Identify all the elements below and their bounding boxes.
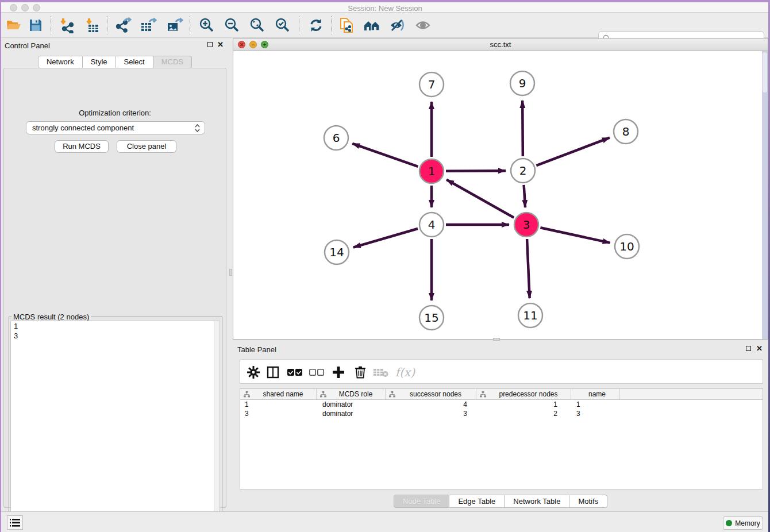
graph-edges	[352, 101, 610, 300]
table-cell[interactable]: 1	[240, 400, 317, 409]
window-title: Session: New Session	[0, 4, 770, 13]
save-session-icon[interactable]	[26, 17, 45, 34]
tab-node-table[interactable]: Node Table	[394, 495, 450, 508]
close-panel-icon[interactable]: ✕	[217, 40, 224, 49]
graph-edge-4-14[interactable]	[353, 229, 418, 248]
table-row[interactable]: 3dominator323	[240, 409, 763, 418]
result-scrollbar[interactable]	[214, 321, 220, 529]
zoom-fit-icon[interactable]	[248, 17, 267, 34]
window-border-top	[0, 0, 770, 2]
function-icon: f(x)	[393, 364, 417, 380]
graph-node-label: 9	[519, 76, 526, 90]
float-table-panel-icon[interactable]	[746, 346, 751, 351]
optimization-criterion-label: Optimization criterion:	[4, 109, 226, 117]
mcds-result-line: 1	[11, 321, 220, 331]
add-icon[interactable]	[330, 364, 347, 380]
tab-network[interactable]: Network	[38, 56, 83, 68]
column-icon[interactable]	[264, 364, 282, 380]
float-panel-icon[interactable]	[207, 42, 213, 47]
optimization-criterion-select[interactable]: strongly connected component	[26, 121, 205, 134]
tab-motifs[interactable]: Motifs	[569, 495, 607, 508]
tab-select[interactable]: Select	[116, 56, 153, 68]
node-table[interactable]: shared name MCDS role successor nodes pr…	[240, 388, 763, 489]
task-history-button[interactable]	[7, 515, 23, 530]
tab-style[interactable]: Style	[83, 56, 116, 68]
status-bar: Memory	[0, 511, 770, 532]
column-header-successor-nodes[interactable]: successor nodes	[386, 389, 476, 399]
window-titlebar: Session: New Session	[0, 2, 770, 13]
column-header-shared-name[interactable]: shared name	[240, 389, 317, 399]
tab-network-table[interactable]: Network Table	[505, 495, 569, 508]
delete-icon[interactable]	[352, 364, 369, 380]
network-vertical-scrollbar[interactable]	[762, 51, 768, 339]
graph-node-label: 11	[523, 309, 537, 322]
export-table-icon[interactable]	[139, 17, 157, 34]
column-header-name[interactable]: name	[571, 389, 620, 399]
zoom-out-icon[interactable]	[223, 17, 241, 34]
graph-edge-1-2[interactable]	[446, 171, 506, 171]
list-icon	[10, 519, 20, 527]
zoom-selected-icon[interactable]	[274, 17, 292, 34]
gear-icon[interactable]	[245, 364, 262, 380]
graph-node-label: 8	[622, 125, 630, 138]
import-network-icon[interactable]	[57, 17, 76, 34]
graph-edge-3-1[interactable]	[446, 180, 514, 218]
close-panel-button[interactable]: Close panel	[117, 140, 176, 153]
main-toolbar	[0, 13, 770, 38]
toolbar-separator	[331, 16, 332, 34]
show-all-icon[interactable]	[414, 17, 432, 34]
left-splitter-handle[interactable]	[229, 269, 232, 276]
network-canvas[interactable]: 7968124314101511	[233, 51, 768, 339]
table-cell[interactable]: 4	[386, 400, 476, 409]
memory-label: Memory	[735, 519, 760, 527]
deselect-all-icon[interactable]	[308, 364, 325, 380]
tab-edge-table[interactable]: Edge Table	[449, 495, 505, 508]
graph-edge-2-3[interactable]	[524, 185, 525, 207]
table-cell[interactable]: 3	[386, 409, 476, 418]
bottom-splitter-handle[interactable]	[493, 338, 500, 341]
close-table-panel-icon[interactable]: ✕	[756, 344, 763, 353]
table-cell[interactable]: 2	[476, 409, 571, 418]
memory-button[interactable]: Memory	[723, 516, 763, 530]
table-cell[interactable]: dominator	[317, 400, 386, 409]
run-mcds-button[interactable]: Run MCDS	[55, 140, 109, 153]
control-panel-title: Control Panel	[5, 41, 50, 50]
duplicate-network-icon[interactable]	[338, 17, 356, 34]
table-panel: Table Panel ✕ f(x) s	[233, 342, 768, 511]
mcds-result-textarea[interactable]: 1 3	[10, 321, 220, 530]
toolbar-separator	[107, 16, 107, 34]
graph-edge-3-11[interactable]	[527, 239, 530, 298]
table-row[interactable]: 1dominator411	[240, 400, 763, 409]
graph-node-label: 6	[333, 131, 340, 145]
import-table-icon[interactable]	[83, 17, 101, 34]
graph-edge-2-8[interactable]	[536, 138, 610, 165]
refresh-icon[interactable]	[307, 17, 325, 34]
export-image-icon[interactable]	[165, 17, 184, 34]
graph-node-label: 14	[329, 245, 344, 259]
table-cell[interactable]: dominator	[317, 409, 386, 418]
control-panel: Control Panel ✕ Network Style Select MCD…	[0, 38, 230, 511]
hide-selected-icon[interactable]	[388, 17, 407, 34]
table-cell[interactable]: 1	[571, 400, 620, 409]
table-cell[interactable]: 1	[476, 400, 571, 409]
mcds-result-title: MCDS result (2 nodes)	[11, 313, 91, 321]
column-header-predecessor-nodes[interactable]: predecessor nodes	[476, 389, 571, 399]
control-panel-tabs: Network Style Select MCDS	[0, 56, 230, 68]
select-all-icon[interactable]	[286, 364, 303, 380]
table-cell[interactable]: 3	[571, 409, 620, 418]
table-browser-tabs: Node Table Edge Table Network Table Moti…	[233, 495, 768, 508]
tab-mcds[interactable]: MCDS	[153, 56, 192, 68]
first-neighbors-icon[interactable]	[363, 17, 382, 34]
graph-edge-1-6[interactable]	[352, 144, 418, 167]
export-network-icon[interactable]	[114, 17, 132, 34]
graph-edge-3-10[interactable]	[540, 228, 610, 242]
open-session-icon[interactable]	[5, 17, 23, 34]
table-body: 1dominator4113dominator323	[240, 400, 763, 418]
graph-node-label: 10	[619, 240, 634, 253]
mcds-result-group: MCDS result (2 nodes) 1 3	[9, 313, 222, 532]
zoom-in-icon[interactable]	[198, 17, 216, 34]
table-cell[interactable]: 3	[240, 409, 317, 418]
column-header-mcds-role[interactable]: MCDS role	[317, 389, 386, 399]
graph-node-label: 2	[519, 164, 527, 178]
graph-edge-2-9[interactable]	[522, 101, 523, 156]
